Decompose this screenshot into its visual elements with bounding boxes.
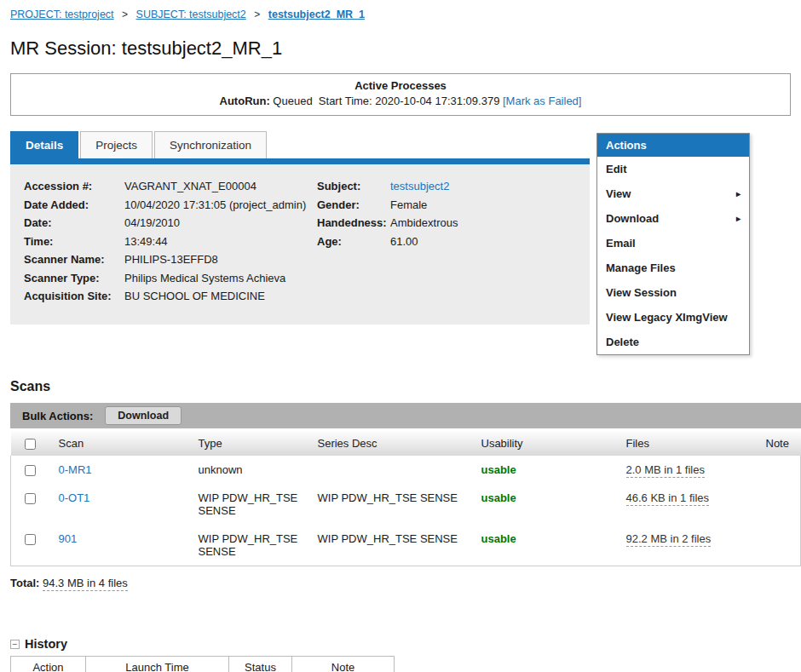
field-subject: Subject: testsubject2 — [317, 177, 576, 196]
files-link[interactable]: 92.2 MB in 2 files — [626, 532, 712, 547]
field-date-added: Date Added: 10/04/2020 17:31:05 (project… — [24, 196, 317, 215]
history-section: − History Action Launch Time Status Note… — [10, 637, 801, 672]
field-value: 61.00 — [390, 233, 418, 251]
action-manage-files[interactable]: Manage Files — [597, 256, 749, 280]
bulk-download-button[interactable]: Download — [105, 406, 182, 425]
field-label: Handedness: — [317, 214, 390, 233]
row-checkbox[interactable] — [25, 493, 36, 504]
total-label: Total: — [10, 577, 39, 589]
history-column-note: Note — [292, 657, 395, 672]
scan-row: 0-OT1 WIP PDW_HR_TSE SENSE WIP PDW_HR_TS… — [11, 484, 801, 525]
breadcrumb-separator: > — [122, 9, 128, 20]
field-gender: Gender: Female — [317, 196, 576, 215]
history-table: Action Launch Time Status Note AutoRun 2… — [10, 656, 395, 672]
tab-accent-bar — [10, 158, 590, 164]
scans-header-row: Scan Type Series Desc Usability Files No… — [11, 430, 801, 456]
action-label: Email — [606, 237, 636, 250]
active-processes-box: Active Processes AutoRun: Queued Start T… — [10, 73, 791, 116]
field-label: Scanner Name: — [24, 250, 124, 269]
field-value: Philips Medical Systems Achieva — [124, 269, 285, 288]
scan-link[interactable]: 0-OT1 — [59, 491, 90, 504]
field-value: Female — [390, 196, 427, 215]
scan-series-cell — [311, 456, 475, 484]
action-view-session[interactable]: View Session — [597, 280, 749, 305]
field-date: Date: 04/19/2010 — [24, 214, 317, 233]
field-label: Time: — [24, 233, 124, 251]
scan-type-cell: WIP PDW_HR_TSE SENSE — [192, 525, 311, 566]
process-status: Queued — [273, 95, 312, 107]
scan-link[interactable]: 901 — [59, 532, 78, 545]
field-acquisition-site: Acquisition Site: BU SCHOOL OF MEDICINE — [24, 287, 317, 306]
field-label: Gender: — [317, 196, 390, 215]
row-checkbox[interactable] — [25, 534, 36, 545]
files-link[interactable]: 46.6 KB in 1 files — [626, 491, 710, 506]
files-link[interactable]: 2.0 MB in 1 files — [626, 463, 706, 478]
action-delete[interactable]: Delete — [597, 330, 749, 354]
active-processes-title: Active Processes — [11, 79, 790, 92]
field-value: 04/19/2010 — [124, 214, 180, 233]
field-value: 13:49:44 — [124, 233, 168, 251]
scans-table: Bulk Actions: Download Scan Type Series … — [10, 403, 801, 566]
bulk-actions-label: Bulk Actions: — [22, 410, 93, 422]
field-time: Time: 13:49:44 — [24, 233, 317, 251]
field-label: Age: — [317, 233, 390, 251]
breadcrumb-link-project[interactable]: PROJECT: testproject — [10, 9, 114, 20]
history-column-launch-time: Launch Time — [86, 657, 229, 672]
field-label: Scanner Type: — [24, 269, 124, 288]
history-heading: − History — [10, 637, 801, 651]
action-email[interactable]: Email — [597, 231, 749, 256]
scan-note-cell — [759, 456, 801, 484]
field-accession: Accession #: VAGRANT_XNAT_E00004 — [24, 177, 317, 196]
breadcrumb-link-subject[interactable]: SUBJECT: testsubject2 — [136, 9, 246, 20]
action-label: View Session — [606, 286, 677, 299]
field-label: Subject: — [317, 177, 390, 196]
actions-menu: Actions Edit View ▸ Download ▸ Email Man… — [596, 133, 750, 355]
start-time-value: 2020-10-04 17:31:09.379 — [375, 95, 499, 107]
total-files-link[interactable]: 94.3 MB in 4 files — [43, 577, 128, 591]
action-download[interactable]: Download ▸ — [597, 206, 749, 231]
details-panel: Accession #: VAGRANT_XNAT_E00004 Date Ad… — [10, 164, 590, 325]
scans-heading: Scans — [10, 379, 801, 394]
action-view-legacy-ximgview[interactable]: View Legacy XImgView — [597, 305, 749, 330]
scan-type-cell: unknown — [192, 456, 311, 484]
action-view[interactable]: View ▸ — [597, 181, 749, 206]
submenu-arrow-icon: ▸ — [736, 189, 740, 198]
scan-row: 901 WIP PDW_HR_TSE SENSE WIP PDW_HR_TSE … — [11, 525, 801, 566]
start-time-label: Start Time: — [319, 95, 372, 107]
tab-details[interactable]: Details — [10, 131, 78, 158]
subject-link[interactable]: testsubject2 — [390, 177, 449, 196]
breadcrumb-link-session[interactable]: testsubject2_MR_1 — [268, 9, 365, 20]
breadcrumb-separator: > — [254, 9, 260, 20]
column-header-note: Note — [759, 430, 801, 456]
scan-series-cell: WIP PDW_HR_TSE SENSE — [311, 525, 475, 566]
collapse-icon[interactable]: − — [10, 640, 20, 649]
history-header-row: Action Launch Time Status Note — [11, 657, 395, 672]
breadcrumb: PROJECT: testproject > SUBJECT: testsubj… — [0, 0, 801, 20]
scan-note-cell — [759, 484, 801, 525]
submenu-arrow-icon: ▸ — [736, 214, 740, 223]
actions-menu-header: Actions — [597, 134, 749, 157]
details-fields-left: Accession #: VAGRANT_XNAT_E00004 Date Ad… — [24, 177, 317, 306]
usability-badge: usable — [481, 463, 516, 476]
field-label: Accession #: — [24, 177, 124, 196]
scan-link[interactable]: 0-MR1 — [59, 463, 92, 476]
row-checkbox[interactable] — [25, 465, 36, 476]
process-name-label: AutoRun: — [220, 95, 270, 107]
scans-total: Total: 94.3 MB in 4 files — [10, 577, 801, 589]
action-label: Edit — [606, 163, 627, 175]
usability-badge: usable — [481, 532, 516, 545]
action-label: Download — [606, 212, 659, 225]
action-edit[interactable]: Edit — [597, 157, 749, 181]
mark-as-failed-link[interactable]: [Mark as Failed] — [503, 95, 581, 107]
tab-bar: Details Projects Synchronization — [10, 131, 590, 158]
select-all-cell — [11, 430, 52, 456]
field-scanner-type: Scanner Type: Philips Medical Systems Ac… — [24, 269, 317, 288]
select-all-checkbox[interactable] — [25, 439, 36, 450]
tab-synchronization[interactable]: Synchronization — [154, 131, 267, 158]
scan-series-cell: WIP PDW_HR_TSE SENSE — [311, 484, 475, 525]
action-label: Manage Files — [606, 261, 676, 274]
page-title: MR Session: testsubject2_MR_1 — [10, 37, 801, 60]
field-value: VAGRANT_XNAT_E00004 — [124, 177, 256, 196]
scan-note-cell — [759, 525, 801, 566]
tab-projects[interactable]: Projects — [80, 131, 153, 158]
